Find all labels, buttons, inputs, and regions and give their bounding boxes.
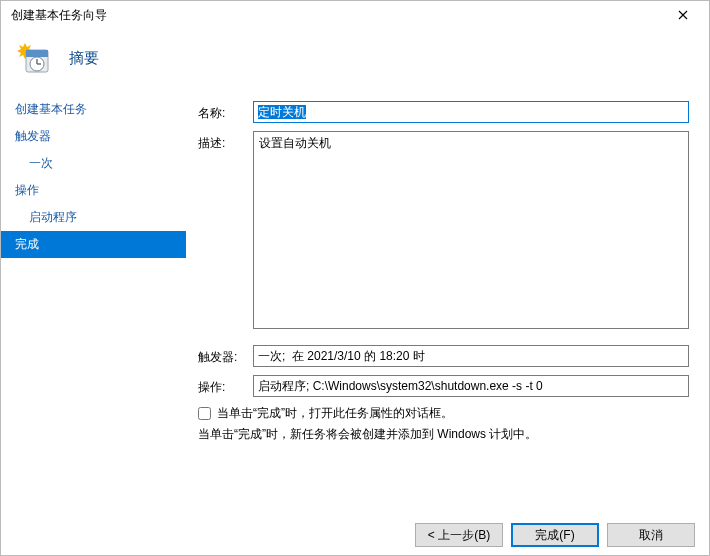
close-button[interactable] bbox=[660, 1, 705, 29]
close-icon bbox=[678, 10, 688, 20]
wizard-sidebar: 创建基本任务 触发器 一次 操作 启动程序 完成 bbox=[1, 93, 186, 523]
cancel-button[interactable]: 取消 bbox=[607, 523, 695, 547]
name-label: 名称: bbox=[198, 101, 253, 122]
sidebar-item-create-basic-task[interactable]: 创建基本任务 bbox=[1, 96, 186, 123]
wizard-footer: < 上一步(B) 完成(F) 取消 bbox=[415, 523, 695, 547]
action-label: 操作: bbox=[198, 375, 253, 396]
sidebar-item-action[interactable]: 操作 bbox=[1, 177, 186, 204]
svg-rect-2 bbox=[26, 50, 48, 57]
open-properties-checkbox[interactable] bbox=[198, 407, 211, 420]
titlebar: 创建基本任务向导 bbox=[1, 1, 709, 29]
sidebar-item-trigger[interactable]: 触发器 bbox=[1, 123, 186, 150]
action-value bbox=[253, 375, 689, 397]
wizard-icon bbox=[17, 41, 51, 75]
wizard-header: 摘要 bbox=[1, 29, 709, 93]
back-button[interactable]: < 上一步(B) bbox=[415, 523, 503, 547]
sidebar-item-start-program[interactable]: 启动程序 bbox=[1, 204, 186, 231]
open-properties-label: 当单击“完成”时，打开此任务属性的对话框。 bbox=[217, 405, 453, 422]
name-input[interactable]: 定时关机 bbox=[253, 101, 689, 123]
finish-info-text: 当单击“完成”时，新任务将会被创建并添加到 Windows 计划中。 bbox=[198, 426, 689, 443]
content-pane: 名称: 定时关机 描述: 设置自动关机 触发器: 操作: 当单击“完成 bbox=[186, 93, 709, 523]
trigger-label: 触发器: bbox=[198, 345, 253, 366]
description-label: 描述: bbox=[198, 131, 253, 152]
description-input[interactable]: 设置自动关机 bbox=[253, 131, 689, 329]
description-value: 设置自动关机 bbox=[259, 136, 331, 150]
trigger-value bbox=[253, 345, 689, 367]
window-title: 创建基本任务向导 bbox=[11, 7, 107, 24]
finish-button[interactable]: 完成(F) bbox=[511, 523, 599, 547]
sidebar-item-once[interactable]: 一次 bbox=[1, 150, 186, 177]
name-value: 定时关机 bbox=[258, 105, 306, 119]
sidebar-item-finish[interactable]: 完成 bbox=[1, 231, 186, 258]
page-title: 摘要 bbox=[69, 49, 99, 68]
